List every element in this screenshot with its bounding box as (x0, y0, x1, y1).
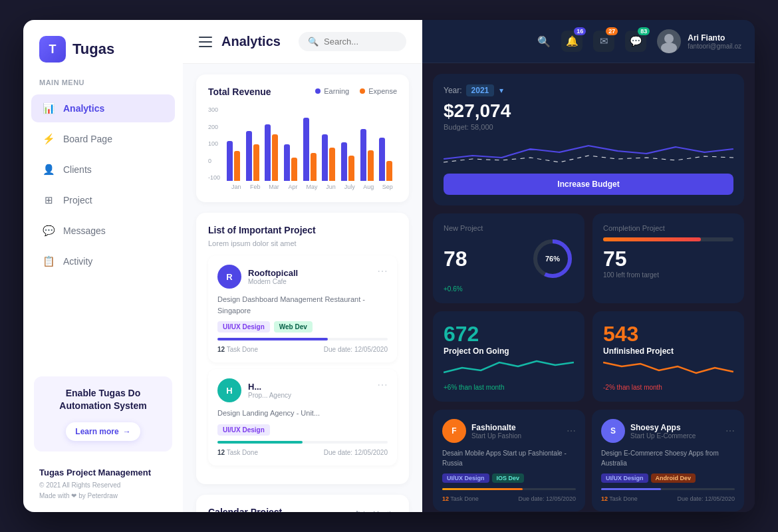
bar-group-jan (227, 141, 245, 181)
sidebar-item-analytics[interactable]: 📊 Analytics (31, 94, 175, 122)
dark-tag-ux-1: UI/UX Design (442, 473, 489, 483)
user-email: fantoori@gmail.oz (688, 43, 741, 50)
project-mgmt-label: Tugas Project Management (39, 467, 167, 477)
bar-earning-jan (227, 141, 233, 181)
unfinished-value: 543 (603, 322, 733, 346)
notif-chat[interactable]: 💬 83 (625, 31, 646, 52)
learn-more-button[interactable]: Learn more → (66, 422, 140, 441)
dark-proj-logo-1: F (442, 419, 466, 443)
right-search-icon[interactable]: 🔍 (537, 35, 551, 48)
middle-content: Total Revenue Earning Expense (183, 64, 422, 512)
proj-desc-2: Design Landing Agency - Unit... (217, 408, 388, 419)
dark-tags-2: UI/UX Design Android Dev (601, 473, 735, 483)
hamburger-icon[interactable] (199, 37, 212, 47)
expense-dot (360, 88, 365, 94)
analytics-icon: 📊 (42, 102, 55, 115)
project-item-2: H H... Prop... Agency ⋯ Design Landing A… (208, 369, 397, 466)
dots-icon-2[interactable]: ⋯ (377, 378, 388, 391)
notif-bell[interactable]: 🔔 16 (561, 31, 583, 52)
earning-legend: Earning (315, 87, 349, 95)
bar-expense-jan (234, 151, 240, 181)
cal-by-months: ⏱ by Months (354, 510, 397, 513)
ongoing-change: +6% than last month (444, 384, 574, 391)
project-list-card: List of Important Project Lorem ipsum do… (196, 213, 409, 484)
calendar-card: Calendar Project ⏱ by Months + Januari 2… (196, 495, 409, 513)
dots-icon-1[interactable]: ⋯ (377, 265, 388, 277)
clients-icon: 👤 (42, 163, 55, 176)
project-header-2: H H... Prop... Agency ⋯ (217, 378, 388, 402)
bell-count: 16 (574, 27, 586, 35)
dark-tags-1: UI/UX Design IOS Dev (442, 473, 576, 483)
chat-count: 83 (638, 27, 650, 35)
dark-proj-logo-2: S (601, 419, 625, 443)
app-name: Tugas (72, 41, 114, 58)
tag-row-2: UI/UX Design (217, 424, 388, 436)
board-icon: ⚡ (42, 132, 55, 146)
calendar-controls: ⏱ by Months (354, 510, 397, 513)
user-info: Ari Fianto fantoori@gmail.oz (657, 29, 741, 53)
project-info-2: H... Prop... Agency (248, 382, 291, 399)
unfinished-change: -2% than last month (603, 384, 733, 391)
middle-header: Analytics 🔍 (183, 20, 422, 64)
progress-bar-1 (217, 338, 388, 340)
year-dropdown-icon[interactable]: ▾ (499, 86, 503, 95)
search-icon: 🔍 (308, 37, 319, 47)
bar-earning-jun (322, 134, 328, 181)
new-project-value: 78 (444, 247, 467, 271)
dark-task-1: 12 (442, 495, 449, 502)
dark-proj-name-2: Shoesy Apps (630, 423, 696, 432)
notif-mail[interactable]: ✉ 27 (593, 31, 614, 52)
nav-list: 📊 Analytics ⚡ Board Page 👤 Clients ⊞ Pro… (23, 94, 183, 368)
search-input[interactable] (324, 37, 397, 47)
svg-point-1 (664, 34, 674, 43)
unfinished-label: Unfinished Project (603, 346, 733, 356)
completion-target: 100 left from target (603, 271, 733, 279)
sidebar: T Tugas Main Menu 📊 Analytics ⚡ Board Pa… (23, 20, 183, 512)
budget-wave-chart (444, 139, 733, 166)
dark-dots-1[interactable]: ⋯ (567, 426, 576, 436)
budget-amount: $27,074 (444, 100, 733, 122)
proj-cat-1: Modern Cafe (248, 278, 298, 285)
bar-group-jun (322, 134, 340, 181)
bar-group-mar (265, 124, 283, 181)
logo-area: T Tugas (23, 36, 183, 78)
dark-tag-ux-2: UI/UX Design (601, 473, 648, 483)
page-title: Analytics (221, 34, 281, 49)
avatar-image (657, 29, 681, 53)
sidebar-item-clients[interactable]: 👤 Clients (31, 156, 175, 184)
project-ongoing-card: 672 Project On Going +6% than last month (433, 311, 584, 402)
expense-legend: Expense (360, 87, 397, 95)
new-project-card: New Project 78 76% +0.6% (433, 213, 584, 303)
progress-fill-2 (217, 441, 303, 444)
dark-proj-desc-2: Design E-Commerce Shoesy Apps from Austr… (601, 448, 735, 468)
sidebar-item-board[interactable]: ⚡ Board Page (31, 125, 175, 153)
proj-cat-2: Prop... Agency (248, 392, 291, 399)
budget-sub: Budget: 58,000 (444, 123, 733, 131)
copyright: © 2021 All Rights Reserved (39, 480, 167, 491)
ongoing-value: 672 (444, 322, 574, 346)
dark-dots-2[interactable]: ⋯ (725, 426, 735, 436)
project-list-subtitle: Lorem ipsum dolor sit amet (208, 239, 397, 247)
sidebar-item-project[interactable]: ⊞ Project (31, 186, 175, 214)
activity-icon: 📋 (42, 255, 55, 268)
calendar-title: Calendar Project (208, 507, 282, 513)
search-box[interactable]: 🔍 (299, 32, 406, 51)
dark-proj-desc-1: Desain Mobile Apps Start up Fashiontale … (442, 448, 576, 468)
chart-legend: Earning Expense (315, 87, 397, 95)
dark-proj-cat-2: Start Up E-Commerce (630, 432, 696, 440)
bar-group-jul (341, 142, 359, 181)
increase-budget-button[interactable]: Increase Budget (444, 174, 733, 195)
sidebar-item-activity[interactable]: 📋 Activity (31, 247, 175, 275)
task-count-2: 12 (217, 449, 225, 456)
svg-point-2 (661, 43, 677, 53)
nav-label-clients: Clients (63, 164, 92, 175)
dark-proj-info-1: Fashionalte Start Up Fashion (471, 423, 521, 440)
dark-task-2: 12 (601, 495, 608, 502)
sidebar-item-messages[interactable]: 💬 Messages (31, 217, 175, 245)
nav-label-board: Board Page (63, 134, 112, 144)
nav-label-project: Project (63, 195, 92, 205)
project-info-1: Rooftopicall Modern Cafe (248, 268, 298, 285)
project-logo-1: R (217, 265, 241, 289)
calendar-header-row: Calendar Project ⏱ by Months (208, 507, 397, 513)
dark-fill-2 (601, 488, 661, 490)
